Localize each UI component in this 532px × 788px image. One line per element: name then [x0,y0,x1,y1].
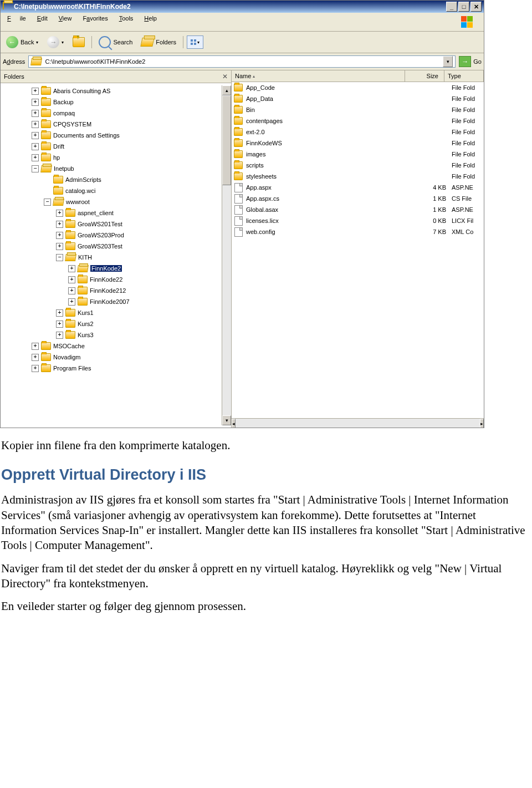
address-field[interactable]: C:\Inetpub\wwwroot\KITH\FinnKode2 ▾ [28,55,456,68]
scroll-left-icon[interactable]: ◂ [232,419,236,428]
tree-node[interactable]: +Kurs3 [3,329,222,340]
file-row[interactable]: stylesheetsFile Fold [232,171,484,182]
maximize-button[interactable]: □ [458,2,469,12]
scroll-track[interactable] [222,95,231,415]
go-button[interactable]: → Go [459,56,482,67]
tree-node[interactable]: +FinnKode2 [3,263,222,274]
menu-file[interactable]: File [3,14,30,30]
file-row[interactable]: App_DataFile Fold [232,93,484,104]
expand-toggle[interactable]: + [68,265,75,272]
file-row[interactable]: App.aspx.cs1 KBCS File [232,193,484,204]
folder-tree[interactable]: +Abaris Consulting AS+Backup+compaq+CPQS… [3,85,222,425]
file-row[interactable]: App_CodeFile Fold [232,82,484,93]
file-row[interactable]: contentpagesFile Fold [232,115,484,126]
back-button[interactable]: ← Back ▾ [3,35,42,49]
tree-node[interactable]: +Backup [3,96,222,108]
expand-toggle[interactable]: + [68,287,75,294]
expand-toggle[interactable]: + [32,110,39,117]
file-row[interactable]: imagesFile Fold [232,149,484,160]
tree-node[interactable]: +Kurs2 [3,318,222,329]
expand-toggle[interactable]: + [32,121,39,128]
expand-toggle[interactable]: + [32,354,39,361]
expand-toggle[interactable]: − [44,199,51,206]
search-button[interactable]: Search [95,35,136,49]
column-size[interactable]: Size [405,70,444,82]
tree-node[interactable]: AdminScripts [3,174,222,185]
tree-node[interactable]: +CPQSYSTEM [3,119,222,130]
minimize-button[interactable]: _ [446,2,457,12]
tree-node[interactable]: +GroaWS203Prod [3,230,222,241]
horizontal-scrollbar[interactable]: ◂ ▸ [232,418,484,428]
tree-node[interactable]: +Program Files [3,363,222,374]
expand-toggle[interactable]: + [56,210,63,217]
tree-node[interactable]: +Abaris Consulting AS [3,85,222,96]
expand-toggle[interactable]: + [32,143,39,150]
expand-toggle[interactable]: + [32,99,39,106]
menu-tools[interactable]: Tools [115,14,138,30]
menu-edit[interactable]: Edit [33,14,52,30]
expand-toggle[interactable]: + [68,298,75,306]
tree-node[interactable]: +MSOCache [3,340,222,352]
tree-node[interactable]: +Drift [3,141,222,152]
file-row[interactable]: Global.asax1 KBASP.NE [232,204,484,215]
close-button[interactable]: ✕ [470,2,482,12]
vertical-scrollbar[interactable]: ▴ ▾ [222,85,231,425]
expand-toggle[interactable]: + [56,332,63,339]
file-row[interactable]: licenses.licx0 KBLICX Fil [232,215,484,226]
tree-node[interactable]: +hp [3,152,222,163]
expand-toggle[interactable]: − [32,165,39,172]
file-row[interactable]: BinFile Fold [232,104,484,115]
file-list[interactable]: App_CodeFile FoldApp_DataFile FoldBinFil… [232,82,484,418]
tree-node[interactable]: +compaq [3,108,222,119]
scroll-thumb[interactable] [222,95,231,185]
up-button[interactable]: ↑ [69,35,88,49]
tree-node[interactable]: −wwwroot [3,196,222,207]
forward-button[interactable]: → ▾ [44,35,67,49]
expand-toggle[interactable]: + [56,221,63,228]
tree-node[interactable]: −KITH [3,252,222,263]
menu-favorites[interactable]: Favorites [78,14,112,30]
expand-toggle[interactable]: + [32,88,39,95]
address-dropdown[interactable]: ▾ [443,56,453,67]
close-pane-icon[interactable]: ✕ [222,73,228,80]
expand-toggle[interactable]: + [56,309,63,317]
expand-toggle[interactable]: + [56,232,63,239]
scroll-up-icon[interactable]: ▴ [222,85,231,95]
expand-toggle[interactable]: + [32,365,39,372]
file-row[interactable]: web.config7 KBXML Co [232,226,484,237]
expand-toggle[interactable]: + [68,276,75,283]
folders-button[interactable]: Folders [138,35,180,49]
scroll-right-icon[interactable]: ▸ [480,419,484,428]
column-name[interactable]: Name ▴ [232,70,405,82]
dropdown-icon[interactable]: ▾ [36,40,38,45]
tree-node[interactable]: catalog.wci [3,185,222,196]
tree-node[interactable]: +FinnKode212 [3,285,222,296]
expand-toggle[interactable]: + [32,154,39,161]
tree-node[interactable]: +aspnet_client [3,207,222,218]
file-row[interactable]: ext-2.0File Fold [232,126,484,138]
titlebar[interactable]: C:\Inetpub\wwwroot\KITH\FinnKode2 _ □ ✕ [1,1,484,13]
expand-toggle[interactable]: + [32,132,39,139]
menu-view[interactable]: View [54,14,76,30]
expand-toggle[interactable]: + [56,243,63,250]
expand-toggle[interactable]: − [56,254,63,261]
scroll-down-icon[interactable]: ▾ [222,415,231,425]
tree-node[interactable]: +Documents and Settings [3,130,222,141]
menu-help[interactable]: Help [140,14,161,30]
tree-node[interactable]: +Kurs1 [3,307,222,318]
tree-node[interactable]: +FinnKode2007 [3,296,222,307]
tree-node[interactable]: +FinnKode22 [3,274,222,285]
tree-node[interactable]: +GroaWS203Test [3,241,222,252]
tree-node[interactable]: +GroaWS201Test [3,218,222,230]
file-row[interactable]: FinnKodeWSFile Fold [232,138,484,149]
expand-toggle[interactable]: + [32,343,39,350]
scroll-track[interactable] [236,419,480,428]
file-row[interactable]: scriptsFile Fold [232,160,484,171]
tree-node[interactable]: +Novadigm [3,352,222,363]
expand-toggle[interactable]: + [56,321,63,328]
dropdown-icon[interactable]: ▾ [62,40,64,45]
column-type[interactable]: Type [444,70,484,82]
views-button[interactable]: ▾ [187,35,203,49]
file-row[interactable]: App.aspx4 KBASP.NE [232,182,484,193]
tree-node[interactable]: −Inetpub [3,163,222,174]
